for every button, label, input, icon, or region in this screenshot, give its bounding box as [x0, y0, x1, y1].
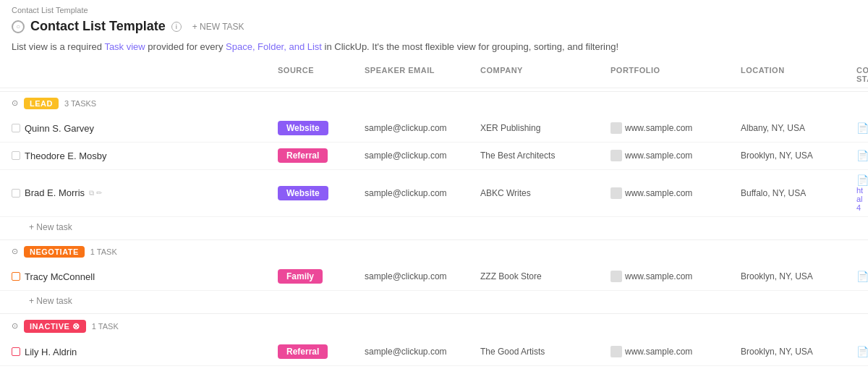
col-header-source: SOURCE [272, 62, 359, 88]
negotiate-task-count: 1 TASK [90, 247, 117, 256]
location-cell: Brooklyn, NY, USA [735, 267, 851, 286]
inactive-collapse-button[interactable]: ⊙ [12, 321, 18, 331]
task-checkbox[interactable] [12, 189, 20, 198]
portfolio-cell: www.sample.com [605, 183, 735, 203]
task-checkbox[interactable] [12, 124, 20, 132]
negotiate-tag: NEGOTIATE [24, 246, 85, 258]
task-name-cell: Quinn S. Garvey [12, 119, 272, 138]
task-view-link[interactable]: Task view [104, 41, 145, 52]
task-name-cell: Tracy McConnell [12, 267, 272, 287]
location-cell: Buffalo, NY, USA [735, 184, 851, 203]
page-title: Contact List Template [30, 19, 166, 34]
conversation-cell: 📄 [851, 118, 868, 138]
group-negotiate: ⊙ NEGOTIATE 1 TASK [0, 239, 868, 263]
email-cell: sample@clickup.com [359, 146, 475, 165]
email-cell: sample@clickup.com [359, 342, 475, 361]
task-name[interactable]: Brad E. Morris [25, 187, 85, 198]
location-cell: Brooklyn, NY, USA [735, 342, 851, 361]
portfolio-cell: www.sample.com [605, 118, 735, 138]
task-checkbox[interactable] [12, 272, 20, 281]
task-name[interactable]: Lily H. Aldrin [25, 347, 77, 357]
breadcrumb: Contact List Template [0, 0, 868, 16]
col-header-conversation: CONVERSATION STAR... [851, 62, 868, 88]
email-cell: sample@clickup.com [359, 119, 475, 137]
portfolio-thumb [610, 187, 622, 199]
doc-icon[interactable]: 📄 [856, 346, 868, 357]
task-name-cell: Theodore E. Mosby [12, 146, 272, 166]
doc-icon[interactable]: 📄 [856, 122, 868, 134]
email-cell: sample@clickup.com [359, 267, 475, 286]
new-task-header-button[interactable]: + NEW TASK [187, 20, 250, 34]
group-lead: ⊙ LEAD 3 TASKS [0, 91, 868, 115]
portfolio-cell: www.sample.com [605, 145, 735, 166]
portfolio-cell: www.sample.com [605, 266, 735, 287]
portfolio-cell: www.sample.com [605, 342, 735, 362]
source-badge: Referral [278, 344, 328, 359]
task-name-cell: Lily H. Aldrin [12, 342, 272, 362]
portfolio-thumb [610, 150, 622, 161]
source-badge: Website [278, 186, 328, 200]
edit-icon[interactable]: ✏ [96, 189, 102, 198]
new-task-lead-button[interactable]: + New task [29, 222, 72, 232]
lead-tag: LEAD [24, 98, 59, 109]
lead-task-count: 3 TASKS [64, 99, 96, 108]
cancelled-icon: ⊗ [72, 321, 80, 331]
source-cell: Website [272, 182, 359, 205]
email-cell: sample@clickup.com [359, 184, 475, 203]
portfolio-thumb [610, 122, 622, 134]
inactive-task-count: 1 TASK [92, 322, 119, 331]
col-header-name [12, 62, 272, 88]
inactive-tag: INACTIVE ⊗ [24, 320, 86, 333]
col-header-email: SPEAKER EMAIL [359, 62, 475, 88]
task-checkbox[interactable] [12, 151, 20, 160]
conversation-cell: 📄 [851, 145, 868, 166]
company-cell: The Good Artists [475, 342, 605, 361]
doc-icon[interactable]: 📄 [856, 271, 868, 282]
copy-icon[interactable]: ⧉ [89, 189, 94, 198]
location-cell: Brooklyn, NY, USA [735, 146, 851, 165]
source-badge: Website [278, 121, 328, 135]
company-cell: XER Publishing [475, 119, 605, 137]
new-task-row-inactive: + New task [0, 366, 868, 370]
col-header-location: LOCATION [735, 62, 851, 88]
description-text: List view is a required Task view provid… [0, 37, 868, 62]
table-row: Lily H. Aldrin Referral sample@clickup.c… [0, 339, 868, 366]
lead-collapse-button[interactable]: ⊙ [12, 98, 18, 108]
company-cell: ZZZ Book Store [475, 267, 605, 286]
status-circle-icon: ○ [12, 20, 25, 33]
conversation-cell: 📄 [851, 266, 868, 287]
doc-icon[interactable]: 📄 [856, 150, 868, 161]
column-headers: SOURCE SPEAKER EMAIL COMPANY PORTFOLIO L… [0, 62, 868, 88]
task-name[interactable]: Theodore E. Mosby [25, 150, 106, 161]
company-cell: ABKC Writes [475, 184, 605, 203]
new-task-row-lead: + New task [0, 217, 868, 237]
portfolio-thumb [610, 346, 622, 357]
new-task-negotiate-button[interactable]: + New task [29, 296, 72, 306]
conversation-link[interactable]: htal4 [856, 186, 868, 212]
table-row: Quinn S. Garvey Website sample@clickup.c… [0, 115, 868, 143]
task-name[interactable]: Quinn S. Garvey [25, 123, 94, 134]
table-row: Tracy McConnell Family sample@clickup.co… [0, 263, 868, 291]
col-header-company: COMPANY [475, 62, 605, 88]
task-table: SOURCE SPEAKER EMAIL COMPANY PORTFOLIO L… [0, 62, 868, 370]
source-badge: Referral [278, 148, 328, 163]
location-cell: Albany, NY, USA [735, 119, 851, 137]
source-cell: Referral [272, 144, 359, 167]
space-folder-list-link[interactable]: Space, Folder, and List [226, 41, 322, 52]
task-checkbox[interactable] [12, 347, 20, 356]
doc-icon[interactable]: 📄 [856, 174, 868, 186]
portfolio-thumb [610, 271, 622, 282]
source-cell: Website [272, 116, 359, 140]
col-header-portfolio: PORTFOLIO [605, 62, 735, 88]
page-header: ○ Contact List Template i + NEW TASK [0, 16, 868, 37]
negotiate-collapse-button[interactable]: ⊙ [12, 247, 18, 256]
edit-icons: ⧉ ✏ [89, 189, 102, 198]
info-icon[interactable]: i [171, 22, 182, 32]
conversation-cell: 📄 [851, 342, 868, 362]
conversation-cell: 📄 htal4 [851, 170, 868, 216]
group-inactive: ⊙ INACTIVE ⊗ 1 TASK [0, 313, 868, 339]
source-badge: Family [278, 269, 323, 284]
task-name[interactable]: Tracy McConnell [25, 271, 95, 282]
task-name-cell: Brad E. Morris ⧉ ✏ [12, 183, 272, 203]
new-task-row-negotiate: + New task [0, 291, 868, 310]
